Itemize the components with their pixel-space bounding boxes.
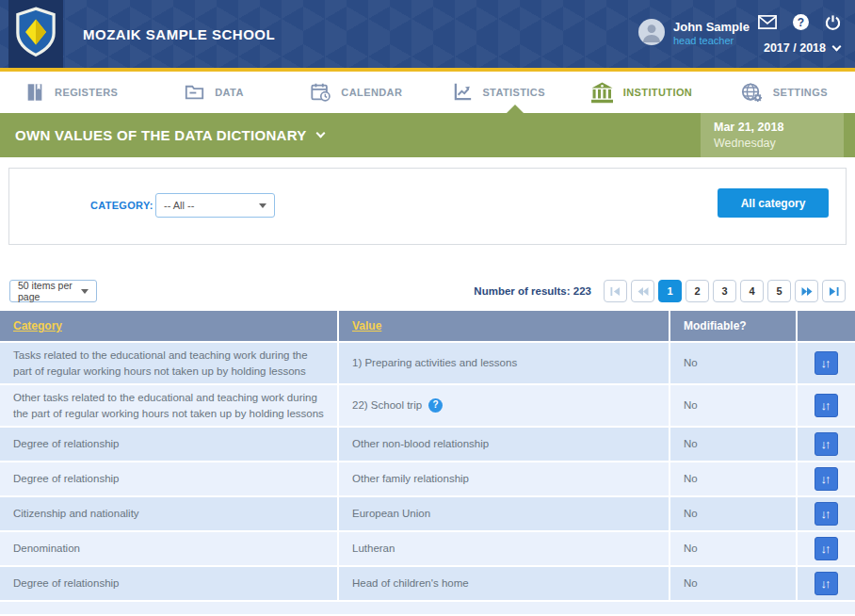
table-row-partial xyxy=(0,602,855,614)
folder-icon xyxy=(184,82,205,103)
nav-data-label: DATA xyxy=(215,87,244,98)
list-toolbar: 50 items per page Number of results: 223… xyxy=(9,279,846,303)
table-row: Degree of relationship Other family rela… xyxy=(0,462,855,497)
page-button-1[interactable]: 1 xyxy=(658,280,682,302)
previous-page-button[interactable] xyxy=(631,280,654,302)
caret-down-icon xyxy=(259,203,266,208)
reorder-button[interactable]: ↓↑ xyxy=(815,432,838,456)
category-select[interactable]: -- All -- xyxy=(155,193,275,218)
chevron-down-icon xyxy=(315,128,325,138)
reorder-button[interactable]: ↓↑ xyxy=(815,351,838,375)
nav-statistics[interactable]: STATISTICS xyxy=(428,72,570,113)
weekday-text: Wednesday xyxy=(714,136,844,152)
cell-category: Denomination xyxy=(0,532,337,565)
nav-settings[interactable]: SETTINGS xyxy=(713,72,855,113)
chart-icon xyxy=(452,82,473,103)
cell-value: 22) School trip xyxy=(352,397,422,413)
items-per-page-value: 50 items per page xyxy=(18,280,81,302)
table-row: Other tasks related to the educational a… xyxy=(0,385,855,428)
active-tab-pointer xyxy=(507,105,524,113)
page-button-5[interactable]: 5 xyxy=(767,280,791,302)
user-menu[interactable]: John Sample head teacher xyxy=(638,19,750,49)
table-row: Degree of relationship Other non-blood r… xyxy=(0,428,855,462)
cell-category: Degree of relationship xyxy=(0,428,337,461)
value-help-icon[interactable]: ? xyxy=(428,398,443,413)
items-per-page-select[interactable]: 50 items per page xyxy=(9,280,97,302)
school-year-selector[interactable]: 2017 / 2018 xyxy=(764,41,840,55)
page-button-2[interactable]: 2 xyxy=(686,280,709,302)
all-category-button[interactable]: All category xyxy=(718,188,829,218)
sort-category-link[interactable]: Category xyxy=(13,319,62,332)
cell-category: Degree of relationship xyxy=(0,567,337,600)
user-name: John Sample xyxy=(673,20,750,35)
cell-modifiable: No xyxy=(669,532,796,565)
user-role: head teacher xyxy=(673,35,750,48)
nav-registers[interactable]: REGISTERS xyxy=(0,72,142,113)
cell-category: Tasks related to the educational and tea… xyxy=(0,343,337,383)
help-icon[interactable]: ? xyxy=(793,14,809,30)
cell-modifiable: No xyxy=(669,462,796,495)
table-row: Denomination Lutheran No ↓↑ xyxy=(0,532,855,567)
cell-category: Degree of relationship xyxy=(0,462,337,495)
cell-value: Other non-blood relationship xyxy=(352,436,489,452)
cell-modifiable: No xyxy=(669,567,796,600)
nav-registers-label: REGISTERS xyxy=(55,87,118,98)
cell-modifiable: No xyxy=(669,428,796,461)
school-logo xyxy=(8,0,63,68)
page-title-bar: OWN VALUES OF THE DATA DICTIONARY Mar 21… xyxy=(0,113,855,157)
page-button-4[interactable]: 4 xyxy=(740,280,764,302)
reorder-button[interactable]: ↓↑ xyxy=(815,394,838,417)
col-modifiable-label: Modifiable? xyxy=(669,311,796,341)
reorder-button[interactable]: ↓↑ xyxy=(815,572,838,595)
school-name: MOZAIK SAMPLE SCHOOL xyxy=(83,0,275,68)
registers-icon xyxy=(24,82,45,103)
nav-data[interactable]: DATA xyxy=(142,72,284,113)
globe-gear-icon xyxy=(740,82,764,104)
col-actions xyxy=(796,311,855,341)
date-text: Mar 21, 2018 xyxy=(714,120,844,136)
cell-modifiable: No xyxy=(669,385,796,426)
avatar xyxy=(638,19,665,49)
nav-institution-label: INSTITUTION xyxy=(623,87,692,98)
cell-category: Citizenship and nationality xyxy=(0,497,337,530)
category-label: CATEGORY: xyxy=(90,200,153,211)
last-page-button[interactable] xyxy=(822,280,846,302)
nav-institution[interactable]: INSTITUTION xyxy=(570,72,712,113)
cell-category: Other tasks related to the educational a… xyxy=(0,385,337,426)
data-table: Category Value Modifiable? Tasks related… xyxy=(0,311,855,614)
table-row: Degree of relationship Head of children'… xyxy=(0,567,855,602)
caret-down-icon xyxy=(81,289,89,294)
nav-calendar-label: CALENDAR xyxy=(341,87,402,98)
page-title-dropdown[interactable]: OWN VALUES OF THE DATA DICTIONARY xyxy=(15,113,324,157)
pagination: Number of results: 223 1 2 3 4 5 xyxy=(474,280,846,302)
shield-icon xyxy=(15,7,56,61)
date-display: Mar 21, 2018 Wednesday xyxy=(701,113,844,157)
app-header: MOZAIK SAMPLE SCHOOL John Sample head te… xyxy=(0,0,855,68)
reorder-button[interactable]: ↓↑ xyxy=(815,537,838,560)
cell-value: Head of children's home xyxy=(352,575,469,592)
first-page-button[interactable] xyxy=(604,280,627,302)
sort-value-link[interactable]: Value xyxy=(352,319,381,332)
cell-modifiable: No xyxy=(669,497,796,530)
main-nav: REGISTERS DATA CALENDAR xyxy=(0,72,855,113)
category-selected-value: -- All -- xyxy=(164,200,194,211)
power-icon[interactable] xyxy=(825,14,841,30)
filter-panel: CATEGORY: -- All -- All category xyxy=(8,168,847,245)
page-button-3[interactable]: 3 xyxy=(713,280,736,302)
nav-calendar[interactable]: CALENDAR xyxy=(285,72,428,113)
mail-icon[interactable] xyxy=(758,15,777,29)
table-row: Citizenship and nationality European Uni… xyxy=(0,497,855,532)
reorder-button[interactable]: ↓↑ xyxy=(815,502,838,526)
cell-value: European Union xyxy=(352,506,430,522)
chevron-down-icon xyxy=(832,41,842,51)
page-title: OWN VALUES OF THE DATA DICTIONARY xyxy=(15,127,307,143)
next-page-button[interactable] xyxy=(795,280,818,302)
calendar-icon xyxy=(310,82,331,103)
nav-statistics-label: STATISTICS xyxy=(482,87,545,98)
school-year-label: 2017 / 2018 xyxy=(764,41,826,55)
table-header: Category Value Modifiable? xyxy=(0,311,855,343)
cell-value: 1) Preparing activities and lessons xyxy=(352,355,517,371)
cell-value: Lutheran xyxy=(352,541,395,557)
reorder-button[interactable]: ↓↑ xyxy=(815,467,838,491)
table-row: Tasks related to the educational and tea… xyxy=(0,343,855,385)
